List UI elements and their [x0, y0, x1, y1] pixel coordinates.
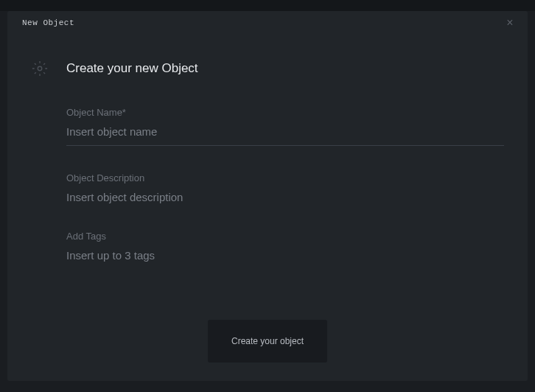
modal-footer: Create your object — [7, 320, 528, 363]
field-group-name: Object Name* — [66, 107, 504, 146]
modal-header: New Object × — [7, 11, 528, 29]
modal-title: New Object — [22, 18, 74, 27]
object-name-label: Object Name* — [66, 107, 504, 118]
tags-input[interactable] — [66, 249, 504, 262]
object-gear-icon — [31, 60, 49, 77]
object-description-input[interactable] — [66, 191, 504, 203]
page-title: Create your new Object — [66, 61, 198, 76]
modal-content: Create your new Object Object Name* Obje… — [7, 29, 528, 262]
form-fields: Object Name* Object Description Add Tags — [66, 107, 504, 262]
create-object-button[interactable]: Create your object — [208, 320, 327, 363]
object-name-input[interactable] — [66, 125, 504, 146]
close-button[interactable]: × — [503, 15, 517, 30]
backdrop — [0, 0, 535, 11]
close-icon: × — [506, 17, 513, 29]
field-group-description: Object Description — [66, 172, 504, 204]
add-tags-label: Add Tags — [66, 231, 504, 242]
field-group-tags: Add Tags — [66, 231, 504, 262]
object-description-label: Object Description — [66, 172, 504, 183]
svg-point-0 — [38, 66, 42, 71]
content-header: Create your new Object — [31, 60, 504, 77]
new-object-modal: New Object × Create your new Object Obje… — [7, 11, 528, 381]
